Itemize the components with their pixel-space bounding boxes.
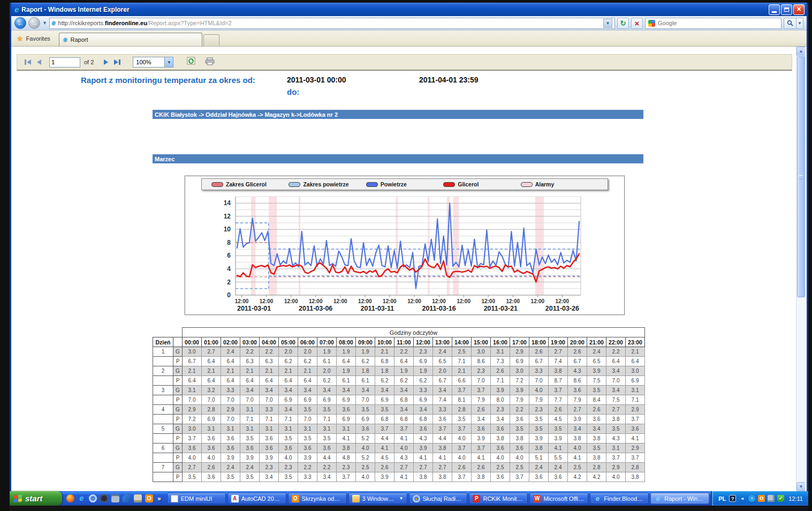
taskbar-task[interactable]: eFinder.BloodDo... xyxy=(590,493,649,504)
start-button[interactable]: start xyxy=(10,491,62,506)
outlook-icon[interactable]: O xyxy=(758,495,765,502)
scroll-up-icon[interactable]: ▲ xyxy=(796,47,805,56)
value-cell: 3.9 xyxy=(260,453,279,463)
export-button[interactable] xyxy=(187,57,196,67)
search-box[interactable] xyxy=(645,18,781,29)
value-cell: 6.8 xyxy=(394,415,414,424)
first-page-button[interactable] xyxy=(24,58,32,66)
windows-app-icon[interactable] xyxy=(111,494,119,502)
svg-text:14: 14 xyxy=(224,199,231,207)
minimize-button[interactable] xyxy=(769,4,780,15)
value-cell: 7.0 xyxy=(606,376,626,386)
value-cell: 3.3 xyxy=(221,386,240,395)
value-cell: 6.9 xyxy=(202,415,221,424)
value-cell: 2.9 xyxy=(183,405,202,415)
language-indicator[interactable]: PL xyxy=(718,495,726,502)
svg-text:12:00: 12:00 xyxy=(432,298,446,304)
taskbar-task[interactable]: AAutoCAD 2005... xyxy=(227,493,286,504)
chrome-icon[interactable] xyxy=(89,494,97,502)
refresh-button[interactable]: ↻ xyxy=(617,18,629,29)
title-bar[interactable]: e Raport - Windows Internet Explorer ✕ xyxy=(11,3,807,16)
stop-button[interactable]: × xyxy=(631,18,643,29)
value-cell: 6.4 xyxy=(183,376,202,386)
tab-raport[interactable]: e Raport xyxy=(59,33,202,46)
taskbar-task[interactable]: 3 Windows E...▼ xyxy=(348,493,407,504)
value-cell: 3.1 xyxy=(491,347,510,357)
value-cell: 6.4 xyxy=(394,357,414,366)
security-shield-icon[interactable]: ✓ xyxy=(777,495,784,502)
last-page-button[interactable] xyxy=(113,58,122,66)
value-cell: 3.1 xyxy=(626,386,645,395)
close-button[interactable]: ✕ xyxy=(793,4,805,15)
zoom-select[interactable]: 100% ▼ xyxy=(133,57,173,67)
svg-text:12:00: 12:00 xyxy=(284,298,298,304)
taskbar-task[interactable]: WMicrosoft Offic... xyxy=(529,493,588,504)
value-cell: 1.9 xyxy=(356,347,375,357)
opera-icon[interactable] xyxy=(100,494,108,502)
previous-page-button[interactable] xyxy=(36,58,42,66)
url-scheme: http://rckikreports. xyxy=(58,20,105,26)
value-cell: 3.7 xyxy=(452,424,472,434)
url-domain: finderonline.eu xyxy=(105,20,147,26)
value-cell: 4.0 xyxy=(529,386,549,395)
forward-button[interactable]: → xyxy=(28,17,40,29)
table-row-g: 6G3.63.63.63.63.63.63.63.63.84.04.14.03.… xyxy=(153,444,645,453)
value-cell: 3.4 xyxy=(317,386,337,395)
hide-icons-icon[interactable]: ◂ xyxy=(739,495,746,502)
printer-icon[interactable] xyxy=(134,494,142,502)
taskbar-task[interactable]: Słuchaj Radio ... xyxy=(409,493,468,504)
internet-explorer-icon[interactable]: e xyxy=(78,494,86,502)
taskbar-task[interactable]: PRCKiK Monitori... xyxy=(469,493,528,504)
search-input[interactable] xyxy=(658,20,778,26)
svg-text:12: 12 xyxy=(224,213,231,220)
quick-launch-overflow-chevron[interactable]: » xyxy=(157,495,161,502)
taskbar-task[interactable]: EDM miniUI xyxy=(167,493,226,504)
history-chevron-icon[interactable]: ▼ xyxy=(42,20,47,26)
address-input[interactable]: e http://rckikreports.finderonline.eu/Re… xyxy=(49,18,615,29)
vertical-scrollbar[interactable]: ▲ ▼ xyxy=(796,47,805,491)
value-cell: 7.0 xyxy=(221,395,240,405)
value-cell: 6.4 xyxy=(260,376,279,386)
svg-text:12:00: 12:00 xyxy=(531,298,545,304)
scrollbar-thumb[interactable] xyxy=(797,56,805,297)
print-button[interactable] xyxy=(205,57,215,67)
legend-item: Zakres powietrze xyxy=(289,181,366,187)
favorites-button[interactable]: ★ Favorites xyxy=(13,34,56,46)
page-number-input[interactable] xyxy=(49,57,80,67)
value-cell: 4.0 xyxy=(606,472,626,482)
next-page-button[interactable] xyxy=(103,58,109,66)
value-cell: 4.1 xyxy=(568,453,587,463)
value-cell: 3.5 xyxy=(529,415,549,424)
media-player-icon[interactable] xyxy=(123,494,131,502)
alarm-band xyxy=(269,197,277,295)
restore-button[interactable] xyxy=(781,4,792,15)
value-cell: 1.9 xyxy=(337,347,356,357)
hour-header: 17:00 xyxy=(510,337,529,347)
taskbar-task[interactable]: eRaport - Windo... xyxy=(650,493,709,504)
value-cell: 6.1 xyxy=(356,376,375,386)
address-dropdown-button[interactable]: ▼ xyxy=(603,19,612,28)
outlook-icon[interactable]: O xyxy=(145,494,153,502)
keyboard-help-icon[interactable]: ? xyxy=(729,495,736,502)
value-cell: 3.4 xyxy=(375,386,394,395)
value-cell: 6.4 xyxy=(202,357,221,366)
network-icon[interactable] xyxy=(768,495,775,502)
autocad-icon: A xyxy=(231,495,239,502)
value-cell: 6.2 xyxy=(414,376,433,386)
value-cell: 3.8 xyxy=(510,434,529,444)
scroll-down-icon[interactable]: ▼ xyxy=(796,482,805,491)
new-tab-stub[interactable] xyxy=(203,34,219,46)
back-button[interactable]: ← xyxy=(14,17,26,29)
value-cell: 3.9 xyxy=(221,453,240,463)
messenger-icon[interactable]: ‹ xyxy=(748,495,755,502)
value-cell: 3.9 xyxy=(472,434,491,444)
office-icon: W xyxy=(533,495,541,502)
search-icon[interactable] xyxy=(784,18,796,29)
search-options-chevron-icon[interactable]: ▼ xyxy=(796,18,803,29)
taskbar-task[interactable]: OSkrzynka odbio... xyxy=(288,493,347,504)
value-cell: 3.7 xyxy=(433,424,452,434)
value-cell: 6.9 xyxy=(279,395,298,405)
firefox-icon[interactable] xyxy=(66,494,74,502)
value-cell: 3.5 xyxy=(510,424,529,434)
value-cell: 6.7 xyxy=(529,357,549,366)
